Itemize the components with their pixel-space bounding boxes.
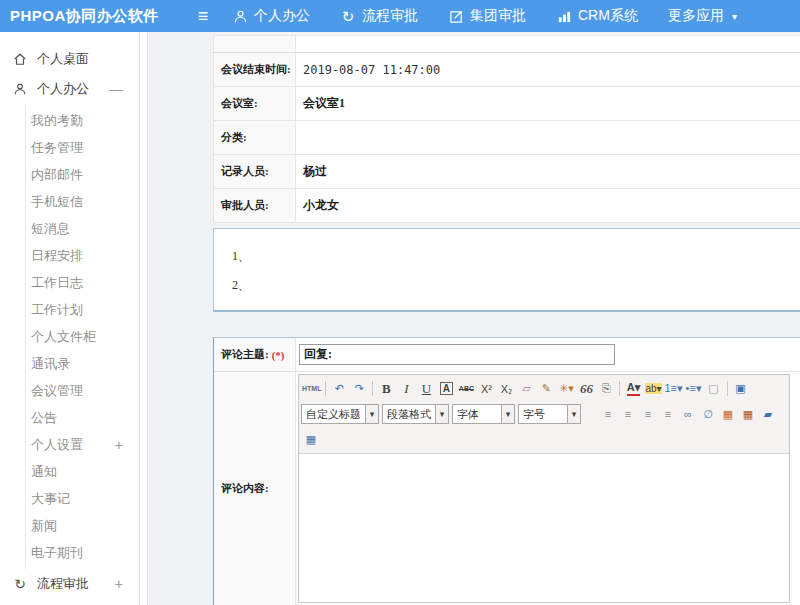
hamburger-icon[interactable]: ≡ [186,7,220,25]
table-row: 会议室: 会议室1 [214,87,800,121]
sidebar-item-label: 通知 [31,463,57,481]
sidebar-item[interactable]: 个人文件柜 [26,323,139,350]
comment-content-row: 评论内容: HTML ↶ [214,372,800,605]
subscript-icon[interactable]: X₂ [496,379,516,399]
nav-label: CRM系统 [578,7,638,25]
sidebar-item-label: 通讯录 [31,355,70,373]
unlink-icon[interactable]: ∅ [698,404,718,424]
caret-down-icon: ▾ [435,405,448,423]
sidebar-item[interactable]: 公告 [26,404,139,431]
field-label-text: 会议室: [221,96,258,111]
font-color-icon[interactable]: A▾ [623,379,643,399]
nav-personal-office[interactable]: 个人办公 [232,7,310,25]
field-value-text: 会议室1 [303,95,345,112]
sidebar-scroll-strip[interactable] [140,32,148,605]
font-size-select[interactable]: 字号 ▾ [518,404,581,424]
expand-icon[interactable]: + [115,576,123,592]
redo-icon[interactable]: ↷ [349,379,369,399]
paragraph-format-select[interactable]: 段落格式 ▾ [382,404,449,424]
sidebar-item[interactable]: 通讯录 [26,350,139,377]
separator [325,381,326,396]
required-mark: (*) [272,349,285,361]
comment-subject-input[interactable] [299,344,615,365]
sidebar-item-label: 新闻 [31,517,57,535]
superscript-icon[interactable]: X² [476,379,496,399]
sidebar-item-desktop[interactable]: 个人桌面 [0,44,139,74]
sidebar-item[interactable]: 工作日志 [26,269,139,296]
format-painter-icon[interactable]: ✎ [536,379,556,399]
field-value: 小龙女 [296,189,800,222]
nav-crm[interactable]: CRM系统 [556,7,638,25]
comment-subject-label: 评论主题: (*) [214,338,296,371]
upload-image-icon[interactable]: ▦ [738,404,758,424]
fullscreen-icon[interactable]: ▣ [731,379,751,399]
highlight-color-icon[interactable]: ab▾ [643,379,663,399]
sidebar-group-personal-office[interactable]: 个人办公 — [0,74,139,104]
sidebar-item[interactable]: 工作计划 [26,296,139,323]
sidebar-item[interactable]: 我的考勤 [26,107,139,134]
nav-more-apps[interactable]: 更多应用 ▾ [668,7,737,25]
blockquote-icon[interactable]: 66 [576,379,596,399]
new-page-icon[interactable]: ▢ [704,379,724,399]
comment-form: 评论主题: (*) 评论内容: [213,337,800,605]
main-content: 会议结束时间: 2019-08-07 11:47:00 会议室: 会议室1 分类… [148,32,800,605]
toolbar-row-2-icons: ≡ ≡ ≡ ≡ ∞ [598,404,778,424]
sidebar-item[interactable]: 会议管理 [26,377,139,404]
sidebar-item-label: 个人文件柜 [31,328,96,346]
field-value: 杨过 [296,155,800,188]
heading-select[interactable]: 自定义标题 ▾ [301,404,379,424]
format-selects: 自定义标题 ▾ 段落格式 ▾ [301,404,581,424]
table-icon[interactable]: ▦ [301,429,321,449]
align-center-icon[interactable]: ≡ [618,404,638,424]
unordered-list-icon[interactable]: •≡▾ [684,379,704,399]
italic-icon[interactable]: I [396,379,416,399]
undo-icon[interactable]: ↶ [329,379,349,399]
field-label-text: 会议结束时间: [221,62,291,77]
sidebar-item[interactable]: 个人设置 + [26,431,139,458]
align-right-icon[interactable]: ≡ [638,404,658,424]
editor-content-area[interactable] [299,454,789,602]
table-row: 审批人员: 小龙女 [214,189,800,223]
sidebar-item-label: 内部邮件 [31,166,83,184]
sidebar-item[interactable]: 大事记 [26,485,139,512]
nav-group-approval[interactable]: 集团审批 [448,7,526,25]
sidebar: 个人桌面 个人办公 — 我的考勤 任务管理 [0,32,140,605]
sidebar-item-label: 日程安排 [31,247,83,265]
html-source-button[interactable]: HTML [301,379,322,399]
nav-workflow-approval[interactable]: ↻ 流程审批 [340,7,418,25]
sidebar-item[interactable]: 日程安排 [26,242,139,269]
sidebar-item-label: 个人桌面 [37,50,89,68]
paste-icon[interactable]: ⎘ [596,379,616,399]
media-icon[interactable]: ▰ [758,404,778,424]
image-icon[interactable]: ▦ [718,404,738,424]
font-family-select[interactable]: 字体 ▾ [452,404,515,424]
sidebar-item[interactable]: 内部邮件 [26,161,139,188]
underline-icon[interactable]: U [416,379,436,399]
field-label-text: 评论主题: [221,347,269,362]
sidebar-item[interactable]: 新闻 [26,512,139,539]
toolbar-row-2: 自定义标题 ▾ 段落格式 ▾ [301,401,787,427]
separator [372,381,373,396]
nav-label: 流程审批 [362,7,418,25]
font-box-icon[interactable]: A [436,379,456,399]
field-label: 会议结束时间: [214,53,296,86]
field-label-text: 审批人员: [221,198,269,213]
sidebar-item[interactable]: 任务管理 [26,134,139,161]
paste-special-icon[interactable]: ✳▾ [556,379,576,399]
ordered-list-icon[interactable]: 1≡▾ [663,379,683,399]
expand-icon[interactable]: + [115,437,123,453]
justify-icon[interactable]: ≡ [658,404,678,424]
sidebar-item[interactable]: 手机短信 [26,188,139,215]
sidebar-item[interactable]: 短消息 [26,215,139,242]
sidebar-item[interactable]: 电子期刊 [26,539,139,566]
strikethrough-icon[interactable]: ABC [456,379,476,399]
bold-icon[interactable]: B [376,379,396,399]
collapse-icon[interactable]: — [109,81,123,97]
align-left-icon[interactable]: ≡ [598,404,618,424]
sidebar-item[interactable]: 通知 [26,458,139,485]
sidebar-submenu: 我的考勤 任务管理 内部邮件 手机短信 [25,104,139,569]
table-row: 记录人员: 杨过 [214,155,800,189]
remove-format-icon[interactable]: ▱ [516,379,536,399]
sidebar-group-workflow[interactable]: ↻ 流程审批 + [0,569,139,599]
link-icon[interactable]: ∞ [678,404,698,424]
